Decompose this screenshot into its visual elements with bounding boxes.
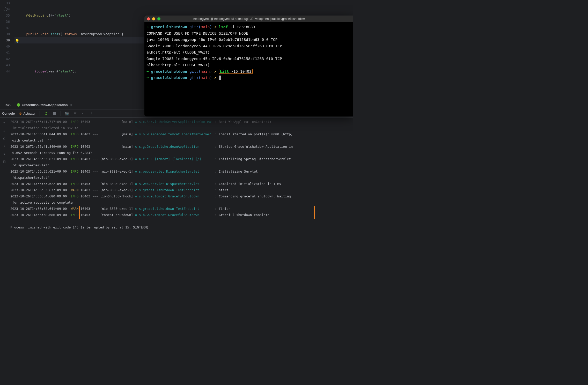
- log-line-cont: 'dispatcherServlet': [10, 175, 353, 181]
- rerun-icon[interactable]: [44, 112, 48, 116]
- log-line: 2023-10-26T14:36:58.641+09:00 WARN 10403…: [10, 206, 353, 212]
- str-start: "start": [59, 69, 73, 73]
- log-line: 2023-10-26T14:36:53.622+09:00 INFO 10403…: [10, 181, 353, 187]
- process-exit-line: Process finished with exit code 143 (int…: [10, 224, 353, 231]
- kw-throws: throws: [65, 32, 77, 36]
- line-number[interactable]: 44: [0, 68, 14, 75]
- divider-2: [61, 111, 61, 116]
- line-number[interactable]: 43: [0, 62, 14, 68]
- term-row: java 10403 leedongyeop 46u IPv6 0x9eb1d7…: [146, 36, 351, 43]
- kw-public: public: [26, 32, 38, 36]
- term-row: Google 79083 leedongyeop 44u IPv6 0x9eb1…: [146, 43, 351, 49]
- window-close-icon[interactable]: [147, 17, 150, 20]
- term-row: alhost:http-alt (CLOSE_WAIT): [146, 49, 351, 56]
- line-number[interactable]: 33: [0, 0, 14, 6]
- gutter: 333435363738394041424344: [0, 0, 14, 101]
- line-number[interactable]: 34: [0, 6, 14, 12]
- log-line: 2023-10-26T14:36:41.717+09:00 INFO 10403…: [10, 119, 353, 125]
- run-tool-window: Run GracefulshutdownApplication × Consol…: [0, 101, 353, 232]
- log-line-cont: initialization completed in 332 ms: [10, 125, 353, 131]
- warn-call-1: .warn(: [47, 69, 59, 73]
- end-1: );: [73, 69, 77, 73]
- actuator-label: Actuator: [23, 112, 35, 115]
- method-name: test: [50, 32, 58, 36]
- run-tab-label: Run: [5, 103, 11, 107]
- log-line: 2023-10-26T14:36:54.680+09:00 INFO 10403…: [10, 193, 353, 199]
- line-number[interactable]: 40: [0, 43, 14, 50]
- terminal-title: leedongyeop@leedongyeopui-noteubug:~/Dev…: [193, 17, 305, 21]
- web-icon: [4, 8, 7, 11]
- line-number[interactable]: 39: [0, 37, 14, 43]
- line-number[interactable]: 42: [0, 56, 14, 62]
- scroll-up-icon[interactable]: ↑: [2, 121, 6, 125]
- run-tab[interactable]: Run: [2, 101, 13, 109]
- log-line-cont: for active requests to complete: [10, 199, 353, 206]
- stop-icon[interactable]: [52, 112, 56, 116]
- camera-icon[interactable]: 📷: [65, 112, 69, 116]
- more-icon[interactable]: ⋮: [90, 112, 94, 116]
- scroll-down-icon[interactable]: ↓: [2, 128, 6, 132]
- scroll-to-end-icon[interactable]: ⤓: [2, 144, 6, 148]
- soft-wrap-icon[interactable]: ⎌: [2, 136, 6, 140]
- log-line: 2023-10-26T14:36:53.621+09:00 INFO 10403…: [10, 156, 353, 162]
- term-line: ➜ gracefulshutdown git:(main) ✗: [146, 75, 351, 81]
- term-line: ➜ gracefulshutdown git:(main) ✗ kill -15…: [146, 68, 351, 75]
- terminal-body[interactable]: ➜ gracefulshutdown git:(main) ✗ lsof -i …: [144, 22, 353, 83]
- log-line: 2023-10-26T14:36:41.849+09:00 INFO 10403…: [10, 144, 353, 150]
- svg-rect-0: [53, 112, 56, 115]
- exception-type: InterruptedException {: [79, 32, 123, 36]
- logger-ref-1: logger: [34, 69, 47, 73]
- line-number[interactable]: 41: [0, 50, 14, 56]
- console-output[interactable]: 2023-10-26T14:36:41.717+09:00 INFO 10403…: [10, 119, 353, 231]
- term-row: Google 79083 leedongyeop 45u IPv6 0x9eb1…: [146, 56, 351, 62]
- app-run-config-tab[interactable]: GracefulshutdownApplication ×: [14, 101, 75, 109]
- print-icon[interactable]: 🖨: [2, 152, 6, 156]
- intention-bulb-icon[interactable]: 💡: [15, 39, 19, 43]
- console-subtab[interactable]: Console: [2, 112, 15, 115]
- log-line-cont: 'dispatcherServlet': [10, 162, 353, 168]
- window-minimize-icon[interactable]: [152, 17, 155, 20]
- export-icon[interactable]: ⇱: [73, 112, 77, 116]
- divider: [40, 111, 40, 116]
- line-number[interactable]: 37: [0, 25, 14, 31]
- cursor: [219, 76, 221, 80]
- clear-icon[interactable]: 🗑: [2, 159, 6, 164]
- term-row: alhost:http-alt (CLOSE_WAIT): [146, 62, 351, 68]
- log-line-cont: 0.652 seconds (process running for 0.884…: [10, 150, 353, 156]
- mapping-path: "/test": [55, 13, 69, 17]
- annotation: @GetMapping: [26, 13, 48, 17]
- actuator-subtab[interactable]: ⊙Actuator: [19, 112, 35, 115]
- terminal-titlebar[interactable]: leedongyeop@leedongyeopui-noteubug:~/Dev…: [144, 16, 353, 22]
- line-number[interactable]: 38: [0, 31, 14, 37]
- app-tab-label: GracefulshutdownApplication: [22, 103, 68, 107]
- layout-icon[interactable]: ▭: [82, 112, 86, 116]
- log-line: 2023-10-26T14:36:41.844+09:00 INFO 10403…: [10, 131, 353, 137]
- log-blank: [10, 218, 353, 224]
- line-number[interactable]: 35: [0, 12, 14, 19]
- kw-void: void: [40, 32, 48, 36]
- log-line: 2023-10-26T14:36:53.637+09:00 WARN 10403…: [10, 187, 353, 193]
- term-line: ➜ gracefulshutdown git:(main) ✗ lsof -i …: [146, 24, 351, 30]
- line-number[interactable]: 36: [0, 19, 14, 25]
- log-line: 2023-10-26T14:36:53.621+09:00 INFO 10403…: [10, 168, 353, 175]
- log-line-cont: with context path '': [10, 137, 353, 144]
- window-zoom-icon[interactable]: [157, 17, 160, 20]
- log-line: 2023-10-26T14:36:58.686+09:00 INFO 10403…: [10, 212, 353, 218]
- spring-icon: [17, 103, 20, 107]
- close-tab-icon[interactable]: ×: [70, 103, 72, 107]
- terminal-window[interactable]: leedongyeop@leedongyeopui-noteubug:~/Dev…: [144, 16, 353, 116]
- console-side-toolbar: ↑ ↓ ⎌ ⤓ 🖨 🗑: [0, 119, 8, 164]
- term-header: COMMAND PID USER FD TYPE DEVICE SIZE/OFF…: [146, 30, 351, 37]
